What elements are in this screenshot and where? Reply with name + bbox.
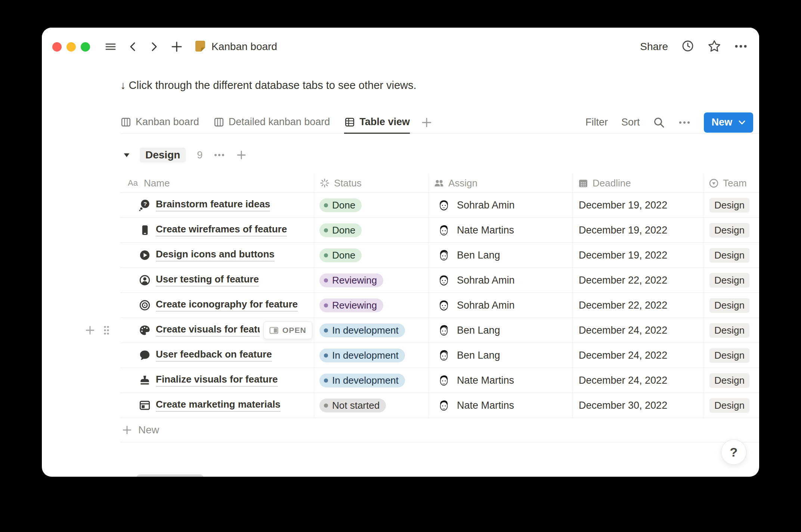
table-row[interactable]: Create marketing materialsNot startedNat… — [120, 393, 759, 418]
assign-cell[interactable]: Sohrab Amin — [429, 268, 573, 293]
team-cell[interactable]: Design — [703, 243, 759, 267]
team-cell[interactable]: Design — [703, 343, 759, 368]
assign-cell[interactable]: Nate Martins — [429, 368, 573, 393]
name-cell[interactable]: User feedback on feature — [120, 343, 314, 368]
team-cell[interactable]: Design — [703, 268, 759, 293]
back-icon[interactable] — [127, 41, 138, 52]
status-pill[interactable]: Done — [319, 198, 362, 212]
table-row[interactable]: Create iconography for featureReviewingS… — [120, 293, 759, 318]
deadline-cell[interactable]: December 30, 2022 — [573, 393, 703, 418]
status-pill[interactable]: In development — [319, 324, 405, 337]
assign-cell[interactable]: Ben Lang — [429, 343, 573, 368]
status-cell[interactable]: Done — [314, 243, 429, 267]
column-header-status[interactable]: Status — [314, 174, 429, 192]
deadline-cell[interactable]: December 19, 2022 — [573, 243, 703, 267]
filter-button[interactable]: Filter — [585, 117, 608, 128]
close-window-button[interactable] — [52, 42, 62, 52]
name-cell[interactable]: Finalize visuals for feature — [120, 368, 314, 393]
favorite-star-icon[interactable] — [708, 39, 721, 54]
more-options-icon[interactable] — [734, 43, 747, 50]
status-pill[interactable]: In development — [319, 374, 405, 387]
task-name-link[interactable]: Create visuals for feature — [156, 324, 260, 337]
status-pill[interactable]: Reviewing — [319, 273, 383, 287]
team-cell[interactable]: Design — [703, 193, 759, 217]
sort-button[interactable]: Sort — [621, 117, 640, 128]
deadline-cell[interactable]: December 24, 2022 — [573, 368, 703, 393]
view-options-icon[interactable] — [678, 121, 690, 124]
help-button[interactable]: ? — [721, 439, 746, 465]
collapse-group-icon[interactable] — [123, 151, 131, 159]
deadline-cell[interactable]: December 19, 2022 — [573, 193, 703, 217]
assign-cell[interactable]: Ben Lang — [429, 243, 573, 267]
status-pill[interactable]: Done — [319, 248, 362, 262]
search-icon[interactable] — [653, 117, 665, 129]
task-name-link[interactable]: Design icons and buttons — [156, 249, 275, 262]
minimize-window-button[interactable] — [67, 42, 76, 52]
open-button[interactable]: OPEN — [263, 321, 312, 339]
task-name-link[interactable]: User feedback on feature — [156, 349, 272, 362]
deadline-cell[interactable]: December 24, 2022 — [573, 343, 703, 368]
status-pill[interactable]: Not started — [319, 399, 386, 412]
task-name-link[interactable]: Create iconography for feature — [156, 299, 298, 312]
name-cell[interactable]: ?Brainstorm feature ideas — [120, 193, 314, 217]
group-options-icon[interactable] — [214, 153, 225, 157]
updates-clock-icon[interactable] — [681, 40, 694, 54]
column-header-name[interactable]: AaName — [120, 174, 314, 192]
table-row[interactable]: Create visuals for featureOPENIn develop… — [120, 318, 759, 343]
group-add-icon[interactable] — [236, 150, 247, 160]
forward-icon[interactable] — [149, 41, 160, 52]
name-cell[interactable]: Design icons and buttons — [120, 243, 314, 267]
table-row[interactable]: ?Brainstorm feature ideasDoneSohrab Amin… — [120, 193, 759, 218]
tab-table-view[interactable]: Table view — [344, 111, 410, 134]
name-cell[interactable]: Create wireframes of feature — [120, 218, 314, 242]
status-cell[interactable]: In development — [314, 368, 429, 393]
add-view-icon[interactable] — [421, 117, 432, 128]
task-name-link[interactable]: Brainstorm feature ideas — [156, 199, 270, 212]
team-cell[interactable]: Design — [703, 393, 759, 418]
table-row[interactable]: Design icons and buttonsDoneBen LangDece… — [120, 243, 759, 268]
group-name-badge[interactable]: Design — [140, 148, 186, 163]
sidebar-menu-icon[interactable] — [105, 41, 116, 52]
status-pill[interactable]: Reviewing — [319, 299, 383, 312]
status-cell[interactable]: Reviewing — [314, 293, 429, 318]
deadline-cell[interactable]: December 22, 2022 — [573, 268, 703, 293]
name-cell[interactable]: Create iconography for feature — [120, 293, 314, 318]
assign-cell[interactable]: Nate Martins — [429, 393, 573, 418]
assign-cell[interactable]: Nate Martins — [429, 218, 573, 242]
team-cell[interactable]: Design — [703, 218, 759, 242]
status-pill[interactable]: Done — [319, 223, 362, 237]
task-name-link[interactable]: Create wireframes of feature — [156, 224, 287, 237]
table-row[interactable]: Finalize visuals for featureIn developme… — [120, 368, 759, 393]
status-cell[interactable]: In development — [314, 318, 429, 343]
table-row[interactable]: User testing of featureReviewingSohrab A… — [120, 268, 759, 293]
column-header-assign[interactable]: Assign — [429, 174, 573, 192]
status-cell[interactable]: Done — [314, 193, 429, 217]
zoom-window-button[interactable] — [81, 42, 90, 52]
tab-detailed-kanban-board[interactable]: Detailed kanban board — [213, 111, 330, 134]
assign-cell[interactable]: Sohrab Amin — [429, 193, 573, 217]
name-cell[interactable]: Create marketing materials — [120, 393, 314, 418]
task-name-link[interactable]: User testing of feature — [156, 274, 259, 287]
status-pill[interactable]: In development — [319, 349, 405, 362]
add-row-icon[interactable] — [84, 325, 96, 336]
deadline-cell[interactable]: December 24, 2022 — [573, 318, 703, 343]
assign-cell[interactable]: Sohrab Amin — [429, 293, 573, 318]
deadline-cell[interactable]: December 22, 2022 — [573, 293, 703, 318]
column-header-deadline[interactable]: Deadline — [573, 174, 703, 192]
table-row[interactable]: Create wireframes of featureDoneNate Mar… — [120, 218, 759, 243]
drag-handle-icon[interactable] — [102, 324, 111, 336]
team-cell[interactable]: Design — [703, 293, 759, 318]
column-header-team[interactable]: Team — [703, 174, 759, 192]
status-cell[interactable]: Done — [314, 218, 429, 242]
status-cell[interactable]: Not started — [314, 393, 429, 418]
task-name-link[interactable]: Create marketing materials — [156, 399, 281, 412]
team-cell[interactable]: Design — [703, 318, 759, 343]
new-page-icon[interactable] — [171, 41, 183, 53]
task-name-link[interactable]: Finalize visuals for feature — [156, 374, 278, 387]
team-cell[interactable]: Design — [703, 368, 759, 393]
status-cell[interactable]: Reviewing — [314, 268, 429, 293]
name-cell[interactable]: User testing of feature — [120, 268, 314, 293]
deadline-cell[interactable]: December 19, 2022 — [573, 218, 703, 242]
new-button[interactable]: New — [704, 112, 753, 133]
tab-kanban-board[interactable]: Kanban board — [120, 111, 199, 134]
